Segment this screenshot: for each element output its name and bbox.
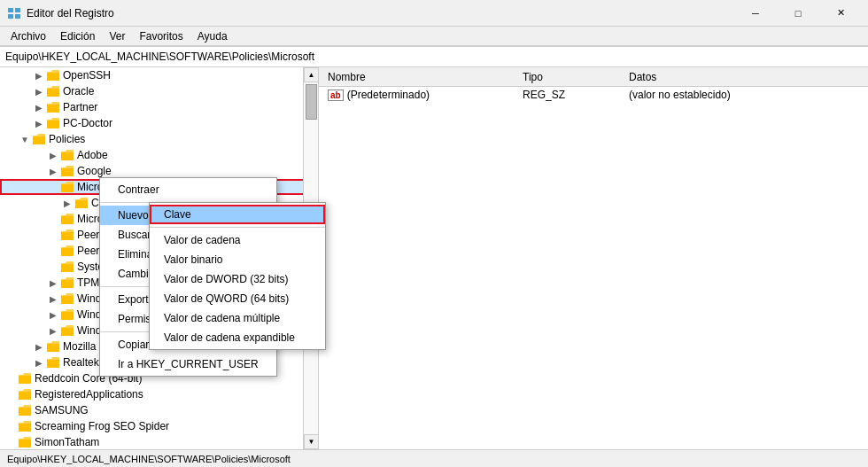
expand-arrow: ▶ xyxy=(32,116,46,130)
tree-item-pcdoctor[interactable]: ▶ PC-Doctor xyxy=(0,115,318,131)
column-headers: Nombre Tipo Datos xyxy=(319,67,868,87)
submenu-clave[interactable]: Clave xyxy=(150,205,325,224)
tree-label: Adobe xyxy=(77,149,108,161)
folder-icon xyxy=(60,212,74,226)
expand-arrow: ▶ xyxy=(32,100,46,114)
submenu-valor-qword[interactable]: Valor de QWORD (64 bits) xyxy=(150,289,325,308)
tree-item-registeredapps[interactable]: RegisteredApplications xyxy=(0,386,318,402)
folder-icon xyxy=(60,180,74,194)
ctx-ir-hkcu[interactable]: Ir a HKEY_CURRENT_USER xyxy=(100,354,276,374)
datos-cell: (valor no establecido) xyxy=(625,89,863,101)
folder-icon xyxy=(46,339,60,354)
folder-icon xyxy=(18,419,32,433)
ctx-nuevo-label: Nuevo xyxy=(118,209,149,222)
registry-row[interactable]: ab (Predeterminado) REG_SZ (valor no est… xyxy=(319,87,868,103)
folder-icon xyxy=(60,323,74,338)
tree-item-partner[interactable]: ▶ Partner xyxy=(0,99,318,115)
minimize-button[interactable]: ─ xyxy=(735,0,776,27)
nombre-cell: ab (Predeterminado) xyxy=(324,89,519,101)
expand-arrow: ▶ xyxy=(46,148,60,162)
folder-icon xyxy=(18,403,32,417)
folder-icon xyxy=(46,68,60,82)
tree-item-samsung[interactable]: SAMSUNG xyxy=(0,402,318,418)
expand-arrow: ▶ xyxy=(60,196,74,210)
submenu-valor-cadena-multiple[interactable]: Valor de cadena múltiple xyxy=(150,308,325,328)
nombre-value: (Predeterminado) xyxy=(347,89,430,101)
menu-edicion[interactable]: Edición xyxy=(53,28,102,44)
svg-rect-2 xyxy=(8,14,13,19)
tree-label: OpenSSH xyxy=(63,69,111,82)
window-controls: ─ □ ✕ xyxy=(735,0,861,27)
tree-label: TPM xyxy=(77,276,99,289)
tree-label: PC-Doctor xyxy=(63,117,112,129)
submenu-valor-dword[interactable]: Valor de DWORD (32 bits) xyxy=(150,269,325,289)
expand-arrow: ▶ xyxy=(32,339,46,354)
expand-arrow: ▼ xyxy=(18,132,32,146)
submenu-valor-cadena-expandible[interactable]: Valor de cadena expandible xyxy=(150,328,325,347)
expand-arrow xyxy=(46,180,60,194)
svg-rect-3 xyxy=(15,14,20,19)
folder-icon-open xyxy=(32,132,46,146)
window-title: Editor del Registro xyxy=(27,7,735,19)
tree-label: Oracle xyxy=(63,85,94,97)
menu-ayuda[interactable]: Ayuda xyxy=(190,28,235,44)
scroll-thumb[interactable] xyxy=(306,84,317,120)
folder-icon xyxy=(60,148,74,162)
svg-rect-1 xyxy=(15,8,20,12)
menu-archivo[interactable]: Archivo xyxy=(4,28,53,44)
address-path: Equipo\HKEY_LOCAL_MACHINE\SOFTWARE\Polic… xyxy=(5,51,314,63)
folder-icon xyxy=(60,228,74,242)
folder-icon xyxy=(60,276,74,290)
expand-arrow: ▶ xyxy=(46,323,60,338)
status-bar: Equipo\HKEY_LOCAL_MACHINE\SOFTWARE\Polic… xyxy=(0,449,868,467)
address-bar: Equipo\HKEY_LOCAL_MACHINE\SOFTWARE\Polic… xyxy=(0,46,868,67)
col-nombre: Nombre xyxy=(324,71,519,83)
submenu: Clave Valor de cadena Valor binario Valo… xyxy=(149,202,326,350)
expand-arrow: ▶ xyxy=(46,164,60,178)
submenu-separator xyxy=(150,227,325,228)
folder-icon xyxy=(18,371,32,385)
folder-icon xyxy=(46,116,60,130)
tree-label: Policies xyxy=(49,133,85,145)
folder-icon xyxy=(60,307,74,322)
folder-icon xyxy=(46,84,60,98)
tipo-cell: REG_SZ xyxy=(519,89,625,101)
submenu-valor-binario[interactable]: Valor binario xyxy=(150,250,325,269)
folder-icon xyxy=(46,100,60,114)
folder-icon xyxy=(60,244,74,258)
tree-label: Realtek xyxy=(63,356,99,369)
tree-label: Screaming Frog SEO Spider xyxy=(35,420,169,432)
tree-item-simontatham[interactable]: SimonTatham xyxy=(0,434,318,449)
tree-label: RegisteredApplications xyxy=(35,388,143,401)
submenu-valor-cadena[interactable]: Valor de cadena xyxy=(150,230,325,250)
status-text: Equipo\HKEY_LOCAL_MACHINE\SOFTWARE\Polic… xyxy=(7,454,291,464)
scroll-down-button[interactable]: ▼ xyxy=(304,434,319,449)
folder-icon xyxy=(74,196,89,210)
app-icon xyxy=(7,6,21,20)
folder-icon xyxy=(18,387,32,401)
tree-label: Partner xyxy=(63,101,97,113)
tree-label: SimonTatham xyxy=(35,436,99,448)
folder-icon xyxy=(18,435,32,449)
tree-item-policies[interactable]: ▼ Policies xyxy=(0,131,318,147)
title-bar: Editor del Registro ─ □ ✕ xyxy=(0,0,868,27)
folder-icon xyxy=(60,260,74,274)
menu-ver[interactable]: Ver xyxy=(102,28,132,44)
close-button[interactable]: ✕ xyxy=(820,0,861,27)
tree-item-oracle[interactable]: ▶ Oracle xyxy=(0,83,318,99)
svg-rect-0 xyxy=(8,8,13,12)
menu-favoritos[interactable]: Favoritos xyxy=(132,28,190,44)
tree-item-openssh[interactable]: ▶ OpenSSH xyxy=(0,67,318,83)
tree-item-screaming[interactable]: Screaming Frog SEO Spider xyxy=(0,418,318,434)
reg-type-icon: ab xyxy=(328,90,344,101)
maximize-button[interactable]: □ xyxy=(778,0,818,27)
folder-icon xyxy=(46,355,60,370)
tree-label: Mozilla xyxy=(63,340,96,353)
col-tipo: Tipo xyxy=(519,71,625,83)
ctx-contraer[interactable]: Contraer xyxy=(100,180,276,199)
tree-item-adobe[interactable]: ▶ Adobe xyxy=(0,147,318,163)
expand-arrow: ▶ xyxy=(32,68,46,82)
folder-icon xyxy=(60,292,74,306)
scroll-up-button[interactable]: ▲ xyxy=(304,67,319,82)
expand-arrow: ▶ xyxy=(32,355,46,370)
